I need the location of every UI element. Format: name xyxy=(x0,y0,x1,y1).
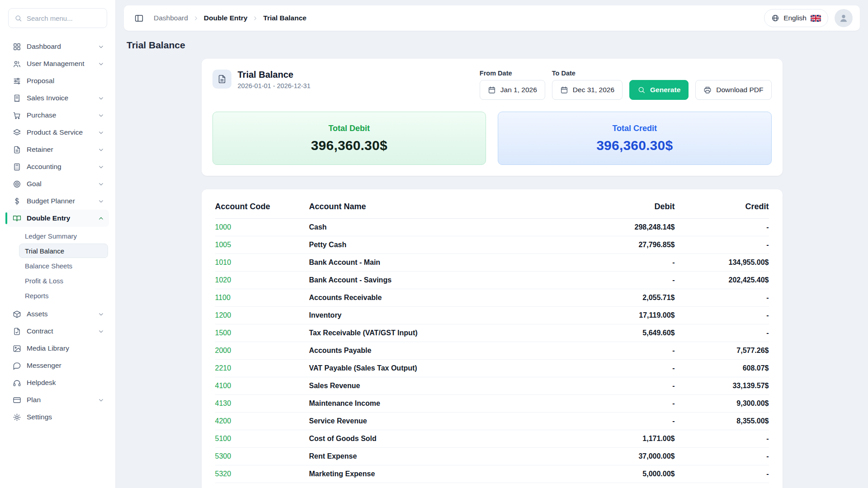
sidebar-search[interactable] xyxy=(8,8,107,28)
chevron-down-icon xyxy=(98,397,104,404)
total-debit-value: 396,360.30$ xyxy=(311,138,387,153)
cell-code[interactable]: 1200 xyxy=(215,307,309,324)
user-avatar[interactable] xyxy=(835,9,853,27)
cell-code[interactable]: 2000 xyxy=(215,342,309,360)
sidebar-item-label: Helpdesk xyxy=(27,379,56,387)
cell-name: Service Revenue xyxy=(309,413,562,430)
cell-credit: 8,355.00$ xyxy=(675,413,769,430)
cell-code[interactable]: 5400 xyxy=(215,483,309,488)
table-row: 1020Bank Account - Savings-202,425.40$ xyxy=(215,272,769,289)
breadcrumb-dashboard[interactable]: Dashboard xyxy=(154,14,188,22)
from-date-group: From Date Jan 1, 2026 xyxy=(480,70,545,100)
cell-code[interactable]: 2210 xyxy=(215,360,309,377)
table-row: 1100Accounts Receivable2,055.71$- xyxy=(215,289,769,307)
sidebar-item-settings[interactable]: Settings xyxy=(6,408,109,426)
cell-debit: 2,055.71$ xyxy=(562,289,675,307)
cell-code[interactable]: 5100 xyxy=(215,430,309,448)
calculator-icon xyxy=(13,163,21,171)
sidebar-subitem-trial-balance[interactable]: Trial Balance xyxy=(19,244,108,258)
sidebar-item-accounting[interactable]: Accounting xyxy=(6,158,109,175)
sidebar-item-label: Dashboard xyxy=(27,42,61,51)
search-input[interactable] xyxy=(27,14,101,22)
sidebar-item-label: Accounting xyxy=(27,163,61,171)
cart-icon xyxy=(13,111,21,120)
table-row: 2210VAT Payable (Sales Tax Output)-608.0… xyxy=(215,360,769,377)
generate-button[interactable]: Generate xyxy=(629,80,689,100)
printer-icon xyxy=(703,86,712,94)
cell-code[interactable]: 1000 xyxy=(215,219,309,236)
sidebar-item-purchase[interactable]: Purchase xyxy=(6,107,109,124)
cell-code[interactable]: 1100 xyxy=(215,289,309,307)
cell-code[interactable]: 1020 xyxy=(215,272,309,289)
contract-icon xyxy=(13,327,21,336)
sidebar-item-sales-invoice[interactable]: Sales Invoice xyxy=(6,89,109,107)
headset-icon xyxy=(13,379,21,387)
target-icon xyxy=(13,180,21,188)
cell-code[interactable]: 1500 xyxy=(215,324,309,342)
cell-debit: 2,100.00$ xyxy=(562,483,675,488)
cell-name: Rent Expense xyxy=(309,448,562,465)
calendar-icon xyxy=(488,86,496,94)
sidebar-item-messenger[interactable]: Messenger xyxy=(6,357,109,374)
sidebar-subitem-profit-loss[interactable]: Profit & Loss xyxy=(19,273,108,288)
chevron-down-icon xyxy=(98,43,104,50)
sidebar-toggle-button[interactable] xyxy=(131,10,146,26)
uk-flag-icon xyxy=(811,15,821,22)
cell-debit: 27,796.85$ xyxy=(562,236,675,254)
sidebar-item-helpdesk[interactable]: Helpdesk xyxy=(6,374,109,391)
cell-code[interactable]: 5320 xyxy=(215,465,309,483)
cell-code[interactable]: 4200 xyxy=(215,413,309,430)
sidebar-item-dashboard[interactable]: Dashboard xyxy=(6,38,109,55)
cell-code[interactable]: 1010 xyxy=(215,254,309,272)
cell-credit: 202,425.40$ xyxy=(675,272,769,289)
sidebar-item-retainer[interactable]: Retainer xyxy=(6,141,109,158)
sidebar-item-user-management[interactable]: User Management xyxy=(6,55,109,72)
cell-credit: - xyxy=(675,236,769,254)
sidebar-item-proposal[interactable]: Proposal xyxy=(6,72,109,89)
sidebar-subitem-reports[interactable]: Reports xyxy=(19,288,108,303)
cell-debit: - xyxy=(562,254,675,272)
cell-name: Inventory xyxy=(309,307,562,324)
sidebar-item-media-library[interactable]: Media Library xyxy=(6,340,109,357)
from-date-picker[interactable]: Jan 1, 2026 xyxy=(480,80,545,100)
chevron-down-icon xyxy=(98,164,104,170)
gear-icon xyxy=(13,413,21,422)
sidebar-item-plan[interactable]: Plan xyxy=(6,391,109,408)
sidebar-item-assets[interactable]: Assets xyxy=(6,305,109,323)
cell-debit: - xyxy=(562,413,675,430)
cell-code[interactable]: 4130 xyxy=(215,395,309,413)
cell-debit: - xyxy=(562,395,675,413)
table-row: 5320Marketing Expense5,000.00$- xyxy=(215,465,769,483)
sidebar-item-label: Media Library xyxy=(27,344,69,352)
download-pdf-label: Download PDF xyxy=(716,86,763,94)
file-icon xyxy=(13,145,21,154)
cell-code[interactable]: 1005 xyxy=(215,236,309,254)
sidebar-subitem-balance-sheets[interactable]: Balance Sheets xyxy=(19,258,108,273)
cell-debit: - xyxy=(562,342,675,360)
breadcrumb-double-entry[interactable]: Double Entry xyxy=(204,14,247,22)
cell-credit: 33,139.57$ xyxy=(675,377,769,395)
sidebar-item-label: User Management xyxy=(27,60,85,68)
cell-name: Maintenance Income xyxy=(309,395,562,413)
chevron-down-icon xyxy=(98,95,104,102)
cell-credit: 608.07$ xyxy=(675,360,769,377)
sidebar-item-double-entry[interactable]: Double Entry xyxy=(6,210,109,227)
sidebar-item-contract[interactable]: Contract xyxy=(6,323,109,340)
to-date-picker[interactable]: Dec 31, 2026 xyxy=(552,80,623,100)
cell-debit: - xyxy=(562,360,675,377)
calendar-icon xyxy=(560,86,568,94)
sidebar-item-label: Assets xyxy=(27,310,48,318)
download-pdf-button[interactable]: Download PDF xyxy=(695,80,771,100)
sidebar-item-budget-planner[interactable]: Budget Planner xyxy=(6,192,109,210)
cell-code[interactable]: 5300 xyxy=(215,448,309,465)
cell-debit: 298,248.14$ xyxy=(562,219,675,236)
sidebar-item-product-service[interactable]: Product & Service xyxy=(6,124,109,141)
language-button[interactable]: English xyxy=(764,9,828,27)
cell-credit: 9,300.00$ xyxy=(675,395,769,413)
cell-credit: - xyxy=(675,219,769,236)
sidebar-subitem-ledger-summary[interactable]: Ledger Summary xyxy=(19,229,108,243)
cell-code[interactable]: 4100 xyxy=(215,377,309,395)
column-header-debit: Debit xyxy=(562,202,675,219)
total-credit-box: Total Credit 396,360.30$ xyxy=(498,112,772,165)
sidebar-item-goal[interactable]: Goal xyxy=(6,175,109,192)
